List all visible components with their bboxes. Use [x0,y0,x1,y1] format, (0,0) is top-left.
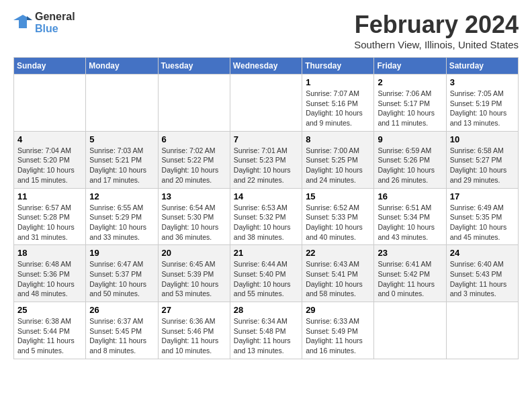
day-number: 29 [306,305,370,315]
day-number: 16 [378,191,442,201]
day-info: Sunrise: 6:54 AM Sunset: 5:30 PM Dayligh… [162,203,226,242]
day-info: Sunrise: 6:55 AM Sunset: 5:29 PM Dayligh… [89,203,154,242]
day-number: 4 [17,134,82,144]
day-number: 19 [89,248,154,258]
day-number: 22 [306,248,370,258]
calendar-cell: 26Sunrise: 6:37 AM Sunset: 5:45 PM Dayli… [86,302,158,359]
calendar-cell: 16Sunrise: 6:51 AM Sunset: 5:34 PM Dayli… [374,188,446,245]
svg-marker-0 [13,15,32,28]
calendar-cell: 29Sunrise: 6:33 AM Sunset: 5:49 PM Dayli… [302,302,374,359]
calendar-cell: 15Sunrise: 6:52 AM Sunset: 5:33 PM Dayli… [302,188,374,245]
day-number: 5 [89,134,154,144]
calendar-cell [158,75,230,132]
column-header-wednesday: Wednesday [230,58,302,75]
day-info: Sunrise: 6:48 AM Sunset: 5:36 PM Dayligh… [17,259,82,299]
day-info: Sunrise: 6:34 AM Sunset: 5:48 PM Dayligh… [234,316,298,356]
day-info: Sunrise: 6:53 AM Sunset: 5:32 PM Dayligh… [234,203,298,242]
day-number: 18 [17,248,82,258]
calendar-cell: 13Sunrise: 6:54 AM Sunset: 5:30 PM Dayli… [158,188,230,245]
calendar-cell [14,75,86,132]
day-info: Sunrise: 6:33 AM Sunset: 5:49 PM Dayligh… [306,316,370,356]
svg-marker-1 [27,16,32,20]
day-number: 23 [378,248,442,258]
day-info: Sunrise: 6:37 AM Sunset: 5:45 PM Dayligh… [89,316,154,356]
day-number: 12 [89,191,154,201]
day-number: 17 [450,191,515,201]
day-number: 27 [162,305,226,315]
column-header-saturday: Saturday [446,58,518,75]
day-info: Sunrise: 6:38 AM Sunset: 5:44 PM Dayligh… [17,316,82,356]
day-info: Sunrise: 6:45 AM Sunset: 5:39 PM Dayligh… [162,259,226,299]
calendar-cell: 10Sunrise: 6:58 AM Sunset: 5:27 PM Dayli… [446,131,518,188]
calendar-table: SundayMondayTuesdayWednesdayThursdayFrid… [13,57,519,359]
day-info: Sunrise: 7:07 AM Sunset: 5:16 PM Dayligh… [306,89,370,128]
day-number: 28 [234,305,298,315]
calendar-cell [86,75,158,132]
logo-blue: Blue [35,23,75,35]
logo: General Blue [13,11,75,34]
calendar-cell: 18Sunrise: 6:48 AM Sunset: 5:36 PM Dayli… [14,245,86,302]
day-info: Sunrise: 7:03 AM Sunset: 5:21 PM Dayligh… [89,146,154,185]
day-number: 10 [450,134,515,144]
calendar-cell: 14Sunrise: 6:53 AM Sunset: 5:32 PM Dayli… [230,188,302,245]
calendar-cell: 23Sunrise: 6:41 AM Sunset: 5:42 PM Dayli… [374,245,446,302]
day-number: 8 [306,134,370,144]
header: General Blue February 2024 Southern View… [13,11,519,50]
day-info: Sunrise: 6:58 AM Sunset: 5:27 PM Dayligh… [450,146,515,185]
day-info: Sunrise: 6:44 AM Sunset: 5:40 PM Dayligh… [234,259,298,299]
day-number: 11 [17,191,82,201]
month-year-title: February 2024 [354,11,519,39]
day-number: 14 [234,191,298,201]
day-info: Sunrise: 6:47 AM Sunset: 5:37 PM Dayligh… [89,259,154,299]
day-number: 6 [162,134,226,144]
calendar-cell: 12Sunrise: 6:55 AM Sunset: 5:29 PM Dayli… [86,188,158,245]
column-header-monday: Monday [86,58,158,75]
calendar-cell: 27Sunrise: 6:36 AM Sunset: 5:46 PM Dayli… [158,302,230,359]
day-info: Sunrise: 6:57 AM Sunset: 5:28 PM Dayligh… [17,203,82,242]
calendar-cell: 25Sunrise: 6:38 AM Sunset: 5:44 PM Dayli… [14,302,86,359]
day-info: Sunrise: 7:06 AM Sunset: 5:17 PM Dayligh… [378,89,442,128]
day-number: 15 [306,191,370,201]
day-number: 26 [89,305,154,315]
calendar-cell: 22Sunrise: 6:43 AM Sunset: 5:41 PM Dayli… [302,245,374,302]
day-number: 24 [450,248,515,258]
calendar-cell: 28Sunrise: 6:34 AM Sunset: 5:48 PM Dayli… [230,302,302,359]
calendar-cell: 5Sunrise: 7:03 AM Sunset: 5:21 PM Daylig… [86,131,158,188]
logo-general: General [35,11,75,23]
day-info: Sunrise: 7:05 AM Sunset: 5:19 PM Dayligh… [450,89,515,128]
calendar-cell: 4Sunrise: 7:04 AM Sunset: 5:20 PM Daylig… [14,131,86,188]
day-info: Sunrise: 7:01 AM Sunset: 5:23 PM Dayligh… [234,146,298,185]
day-info: Sunrise: 6:41 AM Sunset: 5:42 PM Dayligh… [378,259,442,299]
day-info: Sunrise: 6:40 AM Sunset: 5:43 PM Dayligh… [450,259,515,299]
day-number: 25 [17,305,82,315]
calendar-cell: 1Sunrise: 7:07 AM Sunset: 5:16 PM Daylig… [302,75,374,132]
calendar-cell: 19Sunrise: 6:47 AM Sunset: 5:37 PM Dayli… [86,245,158,302]
calendar-cell: 7Sunrise: 7:01 AM Sunset: 5:23 PM Daylig… [230,131,302,188]
day-info: Sunrise: 6:59 AM Sunset: 5:26 PM Dayligh… [378,146,442,185]
day-info: Sunrise: 7:00 AM Sunset: 5:25 PM Dayligh… [306,146,370,185]
day-number: 9 [378,134,442,144]
day-info: Sunrise: 6:36 AM Sunset: 5:46 PM Dayligh… [162,316,226,356]
day-info: Sunrise: 6:43 AM Sunset: 5:41 PM Dayligh… [306,259,370,299]
day-number: 21 [234,248,298,258]
day-number: 7 [234,134,298,144]
day-info: Sunrise: 6:49 AM Sunset: 5:35 PM Dayligh… [450,203,515,242]
calendar-cell: 3Sunrise: 7:05 AM Sunset: 5:19 PM Daylig… [446,75,518,132]
calendar-cell: 17Sunrise: 6:49 AM Sunset: 5:35 PM Dayli… [446,188,518,245]
day-info: Sunrise: 7:04 AM Sunset: 5:20 PM Dayligh… [17,146,82,185]
calendar-cell: 20Sunrise: 6:45 AM Sunset: 5:39 PM Dayli… [158,245,230,302]
day-number: 1 [306,77,370,87]
day-info: Sunrise: 7:02 AM Sunset: 5:22 PM Dayligh… [162,146,226,185]
calendar-cell [374,302,446,359]
calendar-cell: 11Sunrise: 6:57 AM Sunset: 5:28 PM Dayli… [14,188,86,245]
calendar-cell: 8Sunrise: 7:00 AM Sunset: 5:25 PM Daylig… [302,131,374,188]
column-header-thursday: Thursday [302,58,374,75]
calendar-cell: 21Sunrise: 6:44 AM Sunset: 5:40 PM Dayli… [230,245,302,302]
title-area: February 2024 Southern View, Illinois, U… [354,11,519,50]
day-number: 13 [162,191,226,201]
day-info: Sunrise: 6:51 AM Sunset: 5:34 PM Dayligh… [378,203,442,242]
calendar-cell [230,75,302,132]
calendar-cell: 2Sunrise: 7:06 AM Sunset: 5:17 PM Daylig… [374,75,446,132]
day-number: 20 [162,248,226,258]
day-number: 2 [378,77,442,87]
